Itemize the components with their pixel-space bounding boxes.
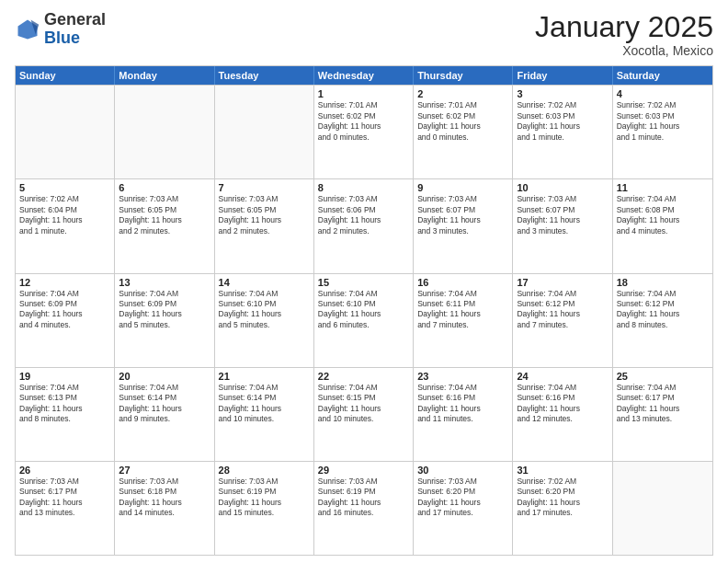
day-info: Sunrise: 7:04 AM Sunset: 6:12 PM Dayligh…	[617, 289, 709, 331]
calendar: SundayMondayTuesdayWednesdayThursdayFrid…	[15, 65, 713, 556]
day-number: 2	[417, 88, 508, 99]
logo-icon	[15, 17, 40, 42]
day-number: 24	[517, 371, 608, 382]
day-info: Sunrise: 7:04 AM Sunset: 6:15 PM Dayligh…	[318, 383, 409, 425]
header-day-thursday: Thursday	[414, 66, 513, 85]
day-cell-16: 16Sunrise: 7:04 AM Sunset: 6:11 PM Dayli…	[414, 274, 513, 367]
day-cell-9: 9Sunrise: 7:03 AM Sunset: 6:07 PM Daylig…	[414, 179, 513, 272]
header-day-wednesday: Wednesday	[314, 66, 414, 85]
day-cell-4: 4Sunrise: 7:02 AM Sunset: 6:03 PM Daylig…	[613, 86, 712, 178]
day-info: Sunrise: 7:03 AM Sunset: 6:07 PM Dayligh…	[417, 194, 508, 236]
day-number: 11	[617, 182, 709, 193]
day-info: Sunrise: 7:02 AM Sunset: 6:04 PM Dayligh…	[19, 194, 110, 236]
day-cell-24: 24Sunrise: 7:04 AM Sunset: 6:16 PM Dayli…	[513, 368, 612, 461]
month-title: January 2025	[535, 11, 713, 43]
header-day-sunday: Sunday	[16, 66, 115, 85]
day-number: 13	[119, 277, 210, 288]
day-number: 22	[318, 371, 409, 382]
day-cell-17: 17Sunrise: 7:04 AM Sunset: 6:12 PM Dayli…	[513, 274, 612, 367]
day-number: 28	[219, 465, 310, 476]
day-cell-29: 29Sunrise: 7:03 AM Sunset: 6:19 PM Dayli…	[314, 462, 414, 555]
day-cell-15: 15Sunrise: 7:04 AM Sunset: 6:10 PM Dayli…	[314, 274, 414, 367]
day-cell-31: 31Sunrise: 7:02 AM Sunset: 6:20 PM Dayli…	[513, 462, 612, 555]
day-number: 16	[417, 277, 508, 288]
logo: General Blue	[15, 11, 106, 48]
day-info: Sunrise: 7:04 AM Sunset: 6:13 PM Dayligh…	[19, 383, 110, 425]
day-cell-10: 10Sunrise: 7:03 AM Sunset: 6:07 PM Dayli…	[513, 179, 612, 272]
logo-general: General	[44, 10, 106, 29]
day-number: 31	[517, 465, 608, 476]
empty-cell	[215, 86, 314, 178]
day-info: Sunrise: 7:04 AM Sunset: 6:16 PM Dayligh…	[517, 383, 608, 425]
day-number: 21	[219, 371, 310, 382]
day-number: 30	[417, 465, 508, 476]
day-cell-13: 13Sunrise: 7:04 AM Sunset: 6:09 PM Dayli…	[115, 274, 214, 367]
day-info: Sunrise: 7:03 AM Sunset: 6:06 PM Dayligh…	[318, 194, 409, 236]
day-number: 19	[19, 371, 110, 382]
day-number: 1	[318, 88, 409, 99]
day-info: Sunrise: 7:04 AM Sunset: 6:09 PM Dayligh…	[19, 289, 110, 331]
day-cell-1: 1Sunrise: 7:01 AM Sunset: 6:02 PM Daylig…	[314, 86, 414, 178]
day-cell-6: 6Sunrise: 7:03 AM Sunset: 6:05 PM Daylig…	[115, 179, 214, 272]
day-number: 27	[119, 465, 210, 476]
location-title: Xocotla, Mexico	[535, 43, 713, 58]
day-cell-7: 7Sunrise: 7:03 AM Sunset: 6:05 PM Daylig…	[215, 179, 314, 272]
logo-text: General Blue	[44, 11, 106, 48]
day-cell-21: 21Sunrise: 7:04 AM Sunset: 6:14 PM Dayli…	[215, 368, 314, 461]
day-info: Sunrise: 7:03 AM Sunset: 6:19 PM Dayligh…	[318, 477, 409, 519]
day-info: Sunrise: 7:03 AM Sunset: 6:05 PM Dayligh…	[219, 194, 310, 236]
day-info: Sunrise: 7:04 AM Sunset: 6:17 PM Dayligh…	[617, 383, 709, 425]
calendar-header-row: SundayMondayTuesdayWednesdayThursdayFrid…	[16, 66, 712, 85]
day-info: Sunrise: 7:02 AM Sunset: 6:20 PM Dayligh…	[517, 477, 608, 519]
day-info: Sunrise: 7:04 AM Sunset: 6:10 PM Dayligh…	[318, 289, 409, 331]
day-cell-27: 27Sunrise: 7:03 AM Sunset: 6:18 PM Dayli…	[115, 462, 214, 555]
day-info: Sunrise: 7:03 AM Sunset: 6:20 PM Dayligh…	[417, 477, 508, 519]
day-cell-20: 20Sunrise: 7:04 AM Sunset: 6:14 PM Dayli…	[115, 368, 214, 461]
day-cell-25: 25Sunrise: 7:04 AM Sunset: 6:17 PM Dayli…	[613, 368, 712, 461]
day-number: 12	[19, 277, 110, 288]
day-number: 15	[318, 277, 409, 288]
day-info: Sunrise: 7:03 AM Sunset: 6:07 PM Dayligh…	[517, 194, 608, 236]
day-info: Sunrise: 7:03 AM Sunset: 6:17 PM Dayligh…	[19, 477, 110, 519]
calendar-week-2: 5Sunrise: 7:02 AM Sunset: 6:04 PM Daylig…	[16, 178, 712, 272]
day-number: 5	[19, 182, 110, 193]
day-cell-28: 28Sunrise: 7:03 AM Sunset: 6:19 PM Dayli…	[215, 462, 314, 555]
logo-blue: Blue	[44, 29, 80, 47]
empty-cell	[115, 86, 214, 178]
day-number: 10	[517, 182, 608, 193]
day-info: Sunrise: 7:04 AM Sunset: 6:14 PM Dayligh…	[219, 383, 310, 425]
day-info: Sunrise: 7:02 AM Sunset: 6:03 PM Dayligh…	[617, 100, 709, 143]
day-info: Sunrise: 7:04 AM Sunset: 6:12 PM Dayligh…	[517, 289, 608, 331]
day-info: Sunrise: 7:04 AM Sunset: 6:10 PM Dayligh…	[219, 289, 310, 331]
day-cell-8: 8Sunrise: 7:03 AM Sunset: 6:06 PM Daylig…	[314, 179, 414, 272]
header: General Blue January 2025 Xocotla, Mexic…	[15, 11, 713, 58]
header-day-tuesday: Tuesday	[215, 66, 314, 85]
day-cell-23: 23Sunrise: 7:04 AM Sunset: 6:16 PM Dayli…	[414, 368, 513, 461]
calendar-week-5: 26Sunrise: 7:03 AM Sunset: 6:17 PM Dayli…	[16, 461, 712, 555]
header-day-friday: Friday	[513, 66, 612, 85]
day-info: Sunrise: 7:01 AM Sunset: 6:02 PM Dayligh…	[318, 100, 409, 143]
calendar-week-3: 12Sunrise: 7:04 AM Sunset: 6:09 PM Dayli…	[16, 273, 712, 367]
day-info: Sunrise: 7:04 AM Sunset: 6:09 PM Dayligh…	[119, 289, 210, 331]
day-number: 4	[617, 88, 709, 99]
day-info: Sunrise: 7:04 AM Sunset: 6:14 PM Dayligh…	[119, 383, 210, 425]
header-day-saturday: Saturday	[613, 66, 712, 85]
day-info: Sunrise: 7:04 AM Sunset: 6:11 PM Dayligh…	[417, 289, 508, 331]
header-day-monday: Monday	[115, 66, 214, 85]
day-number: 29	[318, 465, 409, 476]
day-number: 3	[517, 88, 608, 99]
calendar-body: 1Sunrise: 7:01 AM Sunset: 6:02 PM Daylig…	[16, 85, 712, 555]
day-info: Sunrise: 7:04 AM Sunset: 6:08 PM Dayligh…	[617, 194, 709, 236]
day-cell-12: 12Sunrise: 7:04 AM Sunset: 6:09 PM Dayli…	[16, 274, 115, 367]
page: General Blue January 2025 Xocotla, Mexic…	[0, 0, 728, 563]
title-block: January 2025 Xocotla, Mexico	[535, 11, 713, 58]
day-number: 8	[318, 182, 409, 193]
day-number: 18	[617, 277, 709, 288]
empty-cell	[16, 86, 115, 178]
day-cell-18: 18Sunrise: 7:04 AM Sunset: 6:12 PM Dayli…	[613, 274, 712, 367]
day-number: 6	[119, 182, 210, 193]
day-cell-26: 26Sunrise: 7:03 AM Sunset: 6:17 PM Dayli…	[16, 462, 115, 555]
day-number: 25	[617, 371, 709, 382]
day-number: 17	[517, 277, 608, 288]
day-number: 7	[219, 182, 310, 193]
